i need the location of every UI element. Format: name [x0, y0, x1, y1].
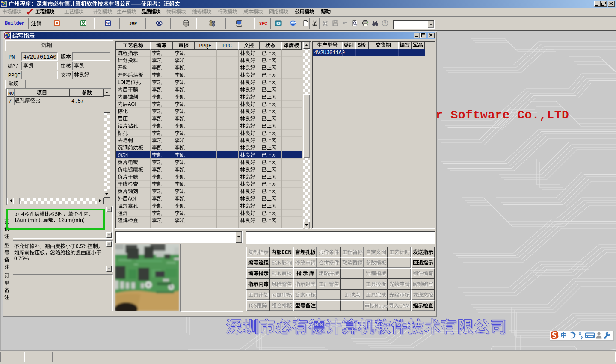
svg-text:?: ? [384, 21, 386, 26]
svg-text:W: W [106, 21, 110, 26]
